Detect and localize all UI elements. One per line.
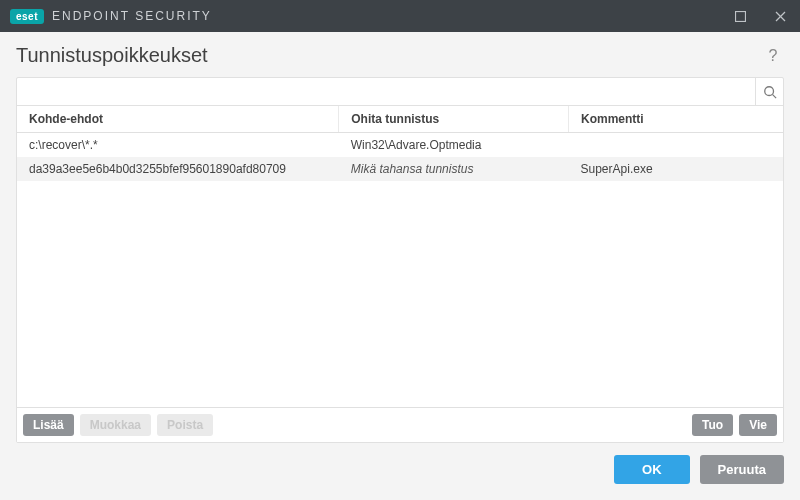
- cell-detection: Win32\Advare.Optmedia: [339, 133, 569, 158]
- table-row[interactable]: da39a3ee5e6b4b0d3255bfef95601890afd80709…: [17, 157, 783, 181]
- brand-name: ENDPOINT SECURITY: [52, 9, 212, 23]
- heading-row: Tunnistuspoikkeukset ?: [16, 44, 784, 67]
- svg-point-3: [764, 86, 773, 95]
- search-button[interactable]: [755, 78, 783, 106]
- brand-badge: eset: [10, 9, 44, 24]
- edit-button[interactable]: Muokkaa: [80, 414, 151, 436]
- search-row: [17, 78, 783, 106]
- minimize-icon: [735, 11, 746, 22]
- cell-target: da39a3ee5e6b4b0d3255bfef95601890afd80709: [17, 157, 339, 181]
- exclusions-table: Kohde-ehdot Ohita tunnistus Kommentti c:…: [17, 106, 783, 181]
- column-header-comment[interactable]: Kommentti: [569, 106, 783, 133]
- close-icon: [775, 11, 786, 22]
- ok-button[interactable]: OK: [614, 455, 690, 484]
- column-header-detection[interactable]: Ohita tunnistus: [339, 106, 569, 133]
- cell-comment: [569, 133, 783, 158]
- dialog-footer: OK Peruuta: [16, 455, 784, 484]
- delete-button[interactable]: Poista: [157, 414, 213, 436]
- cell-detection: Mikä tahansa tunnistus: [339, 157, 569, 181]
- svg-rect-0: [735, 11, 745, 21]
- column-header-target[interactable]: Kohde-ehdot: [17, 106, 339, 133]
- page-title: Tunnistuspoikkeukset: [16, 44, 208, 67]
- search-input[interactable]: [17, 79, 755, 105]
- window-close-button[interactable]: [760, 0, 800, 32]
- exclusions-panel: Kohde-ehdot Ohita tunnistus Kommentti c:…: [16, 77, 784, 443]
- content-area: Tunnistuspoikkeukset ? Kohde-ehdot Ohita…: [0, 32, 800, 500]
- panel-footer: Lisää Muokkaa Poista Tuo Vie: [17, 407, 783, 442]
- cancel-button[interactable]: Peruuta: [700, 455, 784, 484]
- help-icon: ?: [769, 47, 778, 65]
- table-row[interactable]: c:\recover\*.*Win32\Advare.Optmedia: [17, 133, 783, 158]
- cell-target: c:\recover\*.*: [17, 133, 339, 158]
- window-minimize-button[interactable]: [720, 0, 760, 32]
- svg-line-4: [772, 94, 776, 98]
- add-button[interactable]: Lisää: [23, 414, 74, 436]
- search-icon: [763, 85, 777, 99]
- titlebar: eset ENDPOINT SECURITY: [0, 0, 800, 32]
- exclusions-table-wrapper: Kohde-ehdot Ohita tunnistus Kommentti c:…: [17, 106, 783, 407]
- help-button[interactable]: ?: [762, 45, 784, 67]
- import-button[interactable]: Tuo: [692, 414, 733, 436]
- export-button[interactable]: Vie: [739, 414, 777, 436]
- cell-comment: SuperApi.exe: [569, 157, 783, 181]
